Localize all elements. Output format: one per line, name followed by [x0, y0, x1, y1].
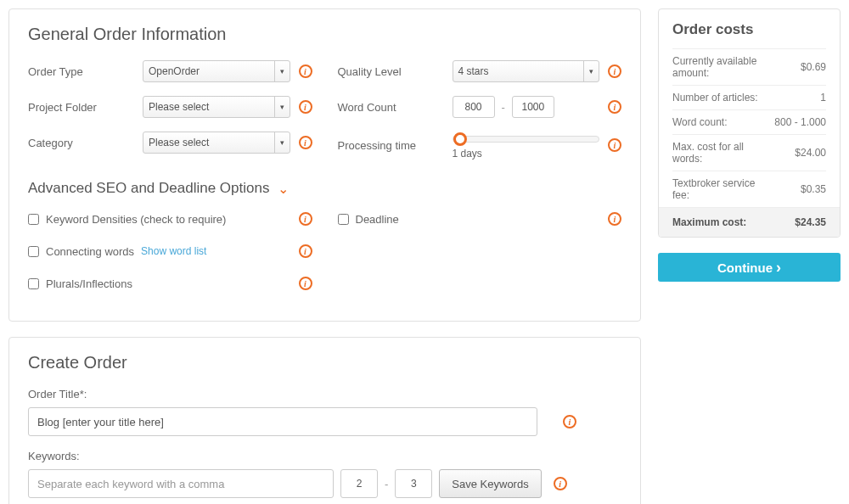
save-keywords-button[interactable]: Save Keywords: [439, 469, 541, 498]
continue-button[interactable]: Continue: [658, 253, 841, 282]
info-icon[interactable]: [299, 244, 312, 258]
word-count-min-input[interactable]: [453, 96, 495, 118]
info-icon[interactable]: [299, 277, 312, 290]
cost-row: Number of articles: 1: [672, 85, 826, 109]
deadline-checkbox[interactable]: [338, 214, 349, 225]
order-type-select[interactable]: OpenOrder: [143, 60, 290, 82]
show-word-list-link[interactable]: Show word list: [141, 245, 206, 257]
chevron-down-icon[interactable]: ⌄: [278, 181, 289, 197]
connecting-words-label: Connecting words: [46, 245, 134, 258]
category-label: Category: [28, 137, 143, 149]
cost-row: Max. cost for all words: $24.00: [672, 134, 826, 171]
keywords-label: Keywords:: [28, 450, 621, 462]
advanced-seo-title: Advanced SEO and Deadline Options: [28, 180, 269, 197]
dash: -: [502, 101, 505, 114]
order-costs-title: Order costs: [672, 21, 826, 38]
deadline-label: Deadline: [356, 213, 399, 226]
order-costs-panel: Order costs Currently available amount: …: [658, 8, 841, 238]
info-icon[interactable]: [299, 100, 312, 114]
info-icon[interactable]: [563, 415, 576, 428]
keyword-min-input[interactable]: [340, 469, 378, 498]
processing-time-value: 1 days: [453, 148, 600, 160]
word-count-label: Word Count: [338, 101, 453, 114]
cost-row: Word count: 800 - 1.000: [672, 109, 826, 134]
info-icon[interactable]: [608, 212, 621, 226]
order-type-label: Order Type: [28, 65, 143, 78]
quality-level-select[interactable]: 4 stars: [453, 60, 600, 82]
processing-time-slider[interactable]: [453, 136, 600, 143]
create-order-title: Create Order: [28, 353, 621, 372]
connecting-words-checkbox[interactable]: [28, 246, 39, 257]
keyword-max-input[interactable]: [395, 469, 432, 498]
cost-row: Textbroker service fee: $0.35: [672, 171, 826, 207]
project-folder-label: Project Folder: [28, 101, 143, 114]
general-title: General Order Information: [28, 25, 621, 44]
plurals-checkbox[interactable]: [28, 278, 39, 289]
general-order-panel: General Order Information Order Type Ope…: [8, 8, 641, 322]
slider-thumb[interactable]: [453, 132, 467, 146]
cost-row-total: Maximum cost: $24.35: [659, 207, 840, 237]
category-select[interactable]: Please select: [143, 132, 290, 154]
cost-row: Currently available amount: $0.69: [672, 48, 826, 85]
order-title-label: Order Title*:: [28, 388, 621, 400]
order-title-input[interactable]: [28, 407, 537, 436]
info-icon[interactable]: [299, 64, 312, 78]
keywords-input[interactable]: [28, 469, 334, 498]
project-folder-select[interactable]: Please select: [143, 96, 290, 118]
processing-time-label: Processing time: [338, 139, 453, 152]
info-icon[interactable]: [299, 136, 312, 149]
info-icon[interactable]: [299, 212, 312, 226]
info-icon[interactable]: [608, 138, 621, 152]
info-icon[interactable]: [554, 477, 567, 490]
info-icon[interactable]: [608, 64, 621, 78]
create-order-panel: Create Order Order Title*: Keywords: - S…: [8, 337, 641, 504]
plurals-label: Plurals/Inflections: [46, 277, 132, 290]
keyword-densities-label: Keyword Densities (check to require): [46, 213, 226, 226]
keyword-densities-checkbox[interactable]: [28, 214, 39, 225]
quality-level-label: Quality Level: [338, 65, 453, 78]
word-count-max-input[interactable]: [512, 96, 554, 118]
info-icon[interactable]: [608, 100, 621, 114]
